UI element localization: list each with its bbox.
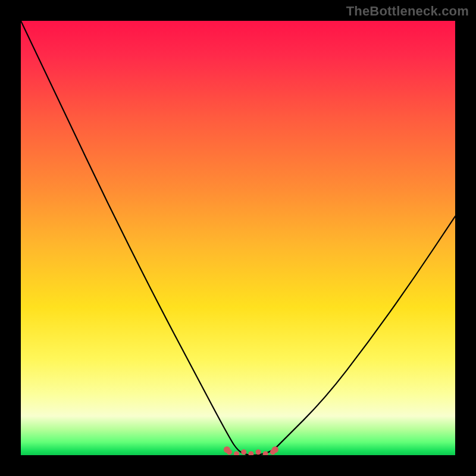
bottom-dot bbox=[241, 449, 246, 455]
bottom-dot-end bbox=[272, 446, 278, 453]
bottom-dot bbox=[248, 451, 253, 455]
chart-overlay bbox=[21, 21, 455, 455]
bottom-dot bbox=[256, 449, 261, 455]
chart-frame: TheBottleneck.com bbox=[0, 0, 476, 476]
plot-area bbox=[21, 21, 455, 455]
bottom-dot bbox=[263, 451, 268, 455]
bottom-dot bbox=[234, 451, 239, 455]
watermark-text: TheBottleneck.com bbox=[346, 4, 469, 19]
bottom-dot-end bbox=[224, 446, 230, 453]
curve-path bbox=[21, 21, 455, 455]
